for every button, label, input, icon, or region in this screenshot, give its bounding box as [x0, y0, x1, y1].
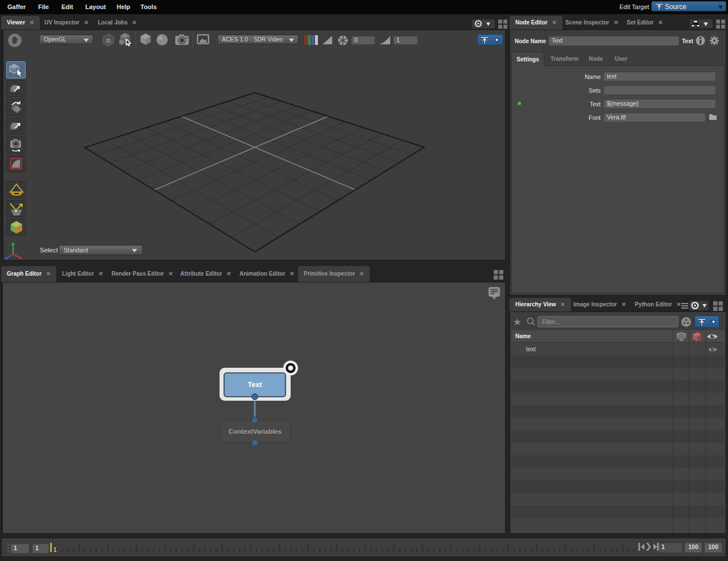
svg-text:Text: Text: [248, 381, 263, 389]
svg-text:ContextVariables: ContextVariables: [229, 428, 282, 435]
svg-text:1: 1: [53, 547, 57, 553]
